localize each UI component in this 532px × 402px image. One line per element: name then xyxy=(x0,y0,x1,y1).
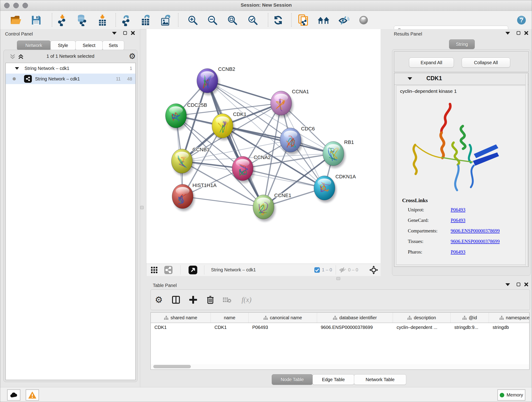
column-header-shared-name[interactable]: shared name xyxy=(151,313,211,323)
eye-slash-gray-icon xyxy=(339,267,346,273)
table-settings-button[interactable]: ⚙ xyxy=(152,293,166,307)
show-graphics-details-button[interactable] xyxy=(357,13,370,27)
tab-string[interactable]: String xyxy=(449,39,475,49)
scrollbar-thumb[interactable] xyxy=(153,365,191,368)
network-node-cdkn1a[interactable]: CDKN1A xyxy=(314,174,356,202)
tab-style[interactable]: Style xyxy=(51,41,76,50)
collapse-all-button[interactable]: Collapse All xyxy=(462,57,510,68)
apply-layout-button[interactable] xyxy=(272,13,285,27)
tab-edge-table[interactable]: Edge Table xyxy=(312,374,354,385)
column-header-name[interactable]: name xyxy=(211,313,249,323)
tab-sets[interactable]: Sets xyxy=(102,41,124,50)
save-session-button[interactable] xyxy=(30,13,43,27)
column-header-canonical-name[interactable]: canonical name xyxy=(249,313,317,323)
table-cell[interactable]: P06493 xyxy=(249,323,317,332)
column-header--id[interactable]: @id xyxy=(451,313,489,323)
delete-table-button[interactable] xyxy=(220,293,234,307)
protein-entry-header[interactable]: CDK1 xyxy=(394,73,528,85)
table-cell[interactable]: CDK1 xyxy=(151,323,211,332)
table-horizontal-scrollbar[interactable] xyxy=(151,364,529,369)
crosslink-value-link[interactable]: 9606.ENSP00000378699 xyxy=(451,228,500,234)
delete-column-button[interactable] xyxy=(203,293,217,307)
export-network-button[interactable] xyxy=(120,13,133,27)
table-row[interactable]: CDK1CDK1P064939606.ENSP00000378699cyclin… xyxy=(151,323,530,332)
network-node-hist1h1a[interactable]: HIST1H1A xyxy=(172,182,216,211)
memory-button[interactable]: Memory xyxy=(497,389,525,401)
crosslink-value-link[interactable]: P06493 xyxy=(451,207,465,213)
add-column-button[interactable] xyxy=(186,293,200,307)
network-node-ccnb1[interactable]: CCNB1 xyxy=(171,147,210,176)
crosslink-value-link[interactable]: P06493 xyxy=(451,217,465,223)
horizontal-splitter-handle[interactable] xyxy=(336,277,340,280)
select-columns-button[interactable] xyxy=(169,293,183,307)
import-network-database-button[interactable] xyxy=(75,13,88,27)
string-home-button[interactable] xyxy=(317,13,330,27)
network-node-ccnb2[interactable]: CCNB2 xyxy=(197,66,235,95)
network-options-gear-icon[interactable]: ⚙ xyxy=(129,52,136,60)
hidden-elements-indicator[interactable] xyxy=(339,264,346,276)
table-cell[interactable]: cyclin–dependent ... xyxy=(393,323,451,332)
tab-node-table[interactable]: Node Table xyxy=(272,374,313,385)
crosslink-value-link[interactable]: 9606.ENSP00000378699 xyxy=(451,239,500,244)
network-node-cdk1[interactable]: CDK1 xyxy=(212,111,247,140)
zoom-in-button[interactable] xyxy=(186,13,199,27)
network-edge[interactable] xyxy=(222,126,333,153)
zoom-out-button[interactable] xyxy=(206,13,219,27)
memory-status-dot xyxy=(500,393,504,397)
import-network-file-button[interactable] xyxy=(56,13,69,27)
selected-count: 1 – 0 xyxy=(322,264,332,276)
results-panel-close-icon[interactable] xyxy=(524,31,528,35)
tab-network-table[interactable]: Network Table xyxy=(354,374,406,385)
vertical-splitter-handle[interactable] xyxy=(140,206,144,209)
results-vertical-scrollbar[interactable] xyxy=(525,74,528,266)
fit-content-button[interactable] xyxy=(369,264,378,276)
zoom-selected-button[interactable] xyxy=(246,13,259,27)
import-clipboard-network-button[interactable] xyxy=(297,13,310,27)
network-collection-row[interactable]: String Network – cdk1 1 xyxy=(6,63,135,74)
expand-all-button[interactable]: Expand All xyxy=(409,57,454,68)
network-overview-button[interactable] xyxy=(164,264,172,276)
help-button[interactable]: ? xyxy=(515,13,528,27)
network-row-selected[interactable]: String Network – cdk1 11 48 xyxy=(6,74,135,84)
network-node-ccne1[interactable]: CCNE1 xyxy=(253,192,291,221)
network-edge[interactable] xyxy=(183,196,264,207)
tree-expand-icon[interactable] xyxy=(15,67,19,70)
tab-select[interactable]: Select xyxy=(75,41,103,50)
table-panel-float-icon[interactable] xyxy=(517,283,520,286)
import-table-button[interactable] xyxy=(96,13,109,27)
network-node-ccna2[interactable]: CCNA2 xyxy=(232,154,271,183)
zoom-fit-button[interactable] xyxy=(226,13,239,27)
table-panel-collapse-icon[interactable] xyxy=(505,283,510,286)
cloud-status-button[interactable] xyxy=(7,389,20,401)
export-table-button[interactable] xyxy=(139,13,153,27)
control-panel-close-icon[interactable] xyxy=(131,31,135,35)
control-panel-float-icon[interactable] xyxy=(123,31,127,35)
network-canvas[interactable]: CCNB2CCNA1CDC25BCDK1CDC6RB1CCNB1CCNA2CDK… xyxy=(146,29,380,264)
warnings-button[interactable] xyxy=(26,389,39,401)
column-header-namespace[interactable]: namespace xyxy=(489,313,530,323)
network-node-ccna1[interactable]: CCNA1 xyxy=(271,89,309,118)
open-external-view-button[interactable] xyxy=(189,264,197,276)
selected-checkbox[interactable] xyxy=(314,264,320,276)
title-bar[interactable]: Session: New Session xyxy=(0,0,532,11)
results-panel-collapse-icon[interactable] xyxy=(505,32,510,35)
export-image-button[interactable] xyxy=(159,13,173,27)
tab-network[interactable]: Network xyxy=(17,41,51,50)
entry-collapse-icon[interactable] xyxy=(408,77,412,80)
open-session-button[interactable] xyxy=(9,13,22,27)
table-cell[interactable]: stringdb:9... xyxy=(451,323,489,332)
table-cell[interactable]: CDK1 xyxy=(211,323,249,332)
function-builder-button[interactable]: f(x) xyxy=(237,293,256,307)
network-graph[interactable]: CCNB2CCNA1CDC25BCDK1CDC6RB1CCNB1CCNA2CDK… xyxy=(146,29,380,264)
column-header-description[interactable]: description xyxy=(393,313,451,323)
crosslink-value-link[interactable]: P06493 xyxy=(451,249,465,255)
control-panel-collapse-icon[interactable] xyxy=(112,32,117,35)
table-panel-close-icon[interactable] xyxy=(524,282,528,287)
table-cell[interactable]: stringdb xyxy=(489,323,530,332)
table-cell[interactable]: 9606.ENSP00000378699 xyxy=(317,323,393,332)
network-node-rb1[interactable]: RB1 xyxy=(323,139,354,168)
column-header-database-identifier[interactable]: database identifier xyxy=(317,313,393,323)
toggle-visibility-button[interactable] xyxy=(337,13,350,27)
grid-view-button[interactable] xyxy=(151,264,158,276)
results-panel-float-icon[interactable] xyxy=(517,31,520,35)
